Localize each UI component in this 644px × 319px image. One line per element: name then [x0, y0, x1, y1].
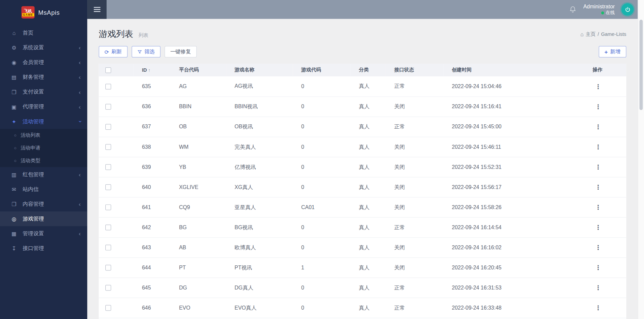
user-info[interactable]: Administrator 在线: [583, 3, 615, 16]
one-key-repair-button[interactable]: 一键修复: [165, 46, 197, 57]
row-checkbox[interactable]: [105, 184, 111, 190]
row-actions-button[interactable]: ⋮: [593, 82, 604, 90]
sidebar-item-home[interactable]: ⌂首页: [0, 25, 87, 40]
column-header-2[interactable]: 游戏名称: [226, 64, 293, 76]
cell-platform-code: WM: [171, 137, 226, 157]
app-window: 飞机 GAME MsApis ⌂首页⚙系统设置‹◉会员管理‹▤财务管理‹❐支付设…: [0, 0, 644, 319]
page-title-group: 游戏列表 列表: [99, 28, 148, 40]
row-checkbox[interactable]: [105, 305, 111, 311]
brand-name: MsApis: [38, 9, 60, 16]
sidebar-item-site-mail[interactable]: ✉站内信: [0, 182, 87, 197]
breadcrumb-home-link[interactable]: 主页: [586, 30, 595, 38]
sidebar-item-admin-settings[interactable]: ▦管理设置‹: [0, 226, 87, 241]
sidebar-item-label: 会员管理: [22, 59, 78, 66]
cell-category: 真人: [351, 237, 386, 257]
logout-button[interactable]: [621, 3, 634, 16]
column-header-1[interactable]: 平台代码: [171, 64, 226, 76]
filter-button[interactable]: 筛选: [131, 46, 160, 57]
sidebar-item-label: 内容管理: [22, 200, 78, 208]
cell-api-status: 关闭: [386, 237, 444, 257]
main-area: Administrator 在线 游戏列表 列: [87, 0, 638, 319]
sidebar-subitem-activity-type[interactable]: ○活动类型: [0, 154, 87, 167]
row-actions-button[interactable]: ⋮: [593, 304, 604, 312]
sidebar-item-member-manage[interactable]: ◉会员管理‹: [0, 55, 87, 70]
vertical-scrollbar[interactable]: [639, 20, 643, 110]
cell-game-code: 0: [293, 177, 351, 197]
select-all-checkbox[interactable]: [105, 67, 111, 73]
row-actions-button[interactable]: ⋮: [593, 264, 604, 271]
row-checkbox[interactable]: [105, 164, 111, 170]
chevron-left-icon: ‹: [79, 89, 81, 95]
row-checkbox[interactable]: [105, 265, 111, 271]
sidebar-subitem-label: 活动申请: [20, 144, 40, 151]
row-checkbox[interactable]: [105, 225, 111, 231]
row-checkbox[interactable]: [105, 245, 111, 251]
notification-bell-icon[interactable]: [569, 6, 577, 13]
cell-game-code: 0: [293, 157, 351, 177]
row-actions-button[interactable]: ⋮: [593, 244, 604, 251]
cell-platform-code: CQ9: [171, 197, 226, 217]
cell-category: 真人: [351, 298, 386, 318]
cell-game-name: EVO真人: [226, 298, 293, 318]
row-actions-button[interactable]: ⋮: [593, 123, 604, 130]
brand: 飞机 GAME MsApis: [0, 0, 87, 25]
cell-created-time: 2022-09-24 15:58:26: [443, 197, 584, 217]
row-checkbox[interactable]: [105, 124, 111, 130]
cell-game-code: 0: [293, 137, 351, 157]
cell-platform-code: BG: [171, 217, 226, 237]
sidebar-item-content-manage[interactable]: ❒内容管理‹: [0, 197, 87, 211]
cell-api-status: 正常: [386, 217, 444, 237]
column-header-0[interactable]: ID↑: [134, 64, 171, 76]
sidebar-item-system-settings[interactable]: ⚙系统设置‹: [0, 40, 87, 55]
column-header-3[interactable]: 游戏代码: [293, 64, 351, 76]
sort-asc-icon[interactable]: ↑: [148, 68, 151, 73]
scrollbar-track: [638, 0, 644, 319]
row-actions-button[interactable]: ⋮: [593, 284, 604, 292]
activity-icon: ✦: [11, 118, 17, 124]
column-header-6[interactable]: 创建时间: [443, 64, 584, 76]
row-actions-button[interactable]: ⋮: [593, 163, 604, 171]
cell-game-code: 0: [293, 117, 351, 137]
cell-category: 真人: [351, 217, 386, 237]
table-row: 643AB欧博真人0真人关闭2022-09-24 16:16:02⋮: [99, 237, 626, 257]
row-actions-button[interactable]: ⋮: [593, 224, 604, 231]
column-header-5[interactable]: 接口状态: [386, 64, 444, 76]
cell-platform-code: EVO: [171, 298, 226, 318]
content-icon: ❒: [11, 201, 17, 207]
sidebar-item-label: 管理设置: [22, 230, 78, 237]
row-checkbox[interactable]: [105, 144, 111, 150]
row-actions-button[interactable]: ⋮: [593, 183, 604, 191]
games-table-card: ID↑平台代码游戏名称游戏代码分类接口状态创建时间操作 635AGAG视讯0真人…: [99, 64, 626, 319]
row-actions-button[interactable]: ⋮: [593, 203, 604, 211]
sidebar-item-label: 系统设置: [22, 44, 78, 51]
row-checkbox[interactable]: [105, 104, 111, 110]
column-header-4[interactable]: 分类: [351, 64, 386, 76]
breadcrumb: ⌂ 主页 / Game-Lists: [580, 30, 626, 38]
row-actions-button[interactable]: ⋮: [593, 143, 604, 150]
api-icon: ↧: [11, 245, 17, 251]
logo-text-bottom: GAME: [22, 13, 34, 16]
sidebar-item-label: 活动管理: [22, 118, 78, 125]
column-header-7[interactable]: 操作: [584, 64, 626, 76]
add-button[interactable]: + 新增: [599, 46, 626, 57]
cell-id: 645: [134, 277, 171, 298]
cell-game-code: 1: [293, 257, 351, 277]
sidebar-item-game-manage[interactable]: ◎游戏管理: [0, 211, 87, 226]
table-row: 642BGBG视讯0真人正常2022-09-24 16:14:54⋮: [99, 217, 626, 237]
row-checkbox[interactable]: [105, 204, 111, 210]
refresh-button[interactable]: ⟳ 刷新: [99, 46, 127, 57]
cell-id: 643: [134, 237, 171, 257]
sidebar-item-activity-manage[interactable]: ✦活动管理‹: [0, 114, 87, 129]
sidebar-item-payment-settings[interactable]: ❐支付设置‹: [0, 84, 87, 99]
sidebar-subitem-activity-apply[interactable]: ○活动申请: [0, 142, 87, 154]
sidebar-item-finance-manage[interactable]: ▤财务管理‹: [0, 70, 87, 84]
sidebar-item-redpacket-manage[interactable]: ▥红包管理‹: [0, 167, 87, 182]
row-checkbox[interactable]: [105, 84, 111, 89]
sidebar-subitem-activity-list[interactable]: ○活动列表: [0, 129, 87, 142]
table-row: 638WM完美真人0真人关闭2022-09-24 15:46:11⋮: [99, 137, 626, 157]
sidebar-item-api-manage[interactable]: ↧接口管理: [0, 241, 87, 256]
row-actions-button[interactable]: ⋮: [593, 103, 604, 110]
sidebar-item-agent-manage[interactable]: ▣代理管理‹: [0, 99, 87, 114]
row-checkbox[interactable]: [105, 285, 111, 291]
sidebar-toggle-button[interactable]: [87, 0, 107, 19]
